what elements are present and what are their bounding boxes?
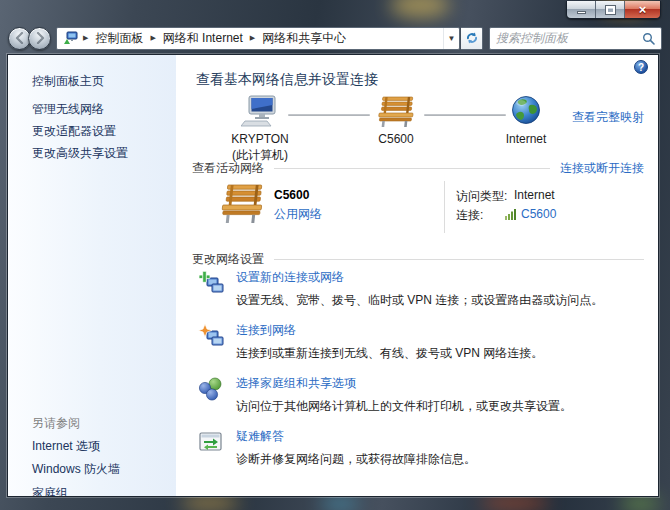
breadcrumb-network-internet[interactable]: 网络和 Internet [157,28,249,49]
search-placeholder: 搜索控制面板 [496,30,642,47]
active-network-name: C5600 [274,188,309,202]
glass-blur-spot [620,496,660,510]
task-desc-connect-network: 连接到或重新连接到无线、有线、拨号或 VPN 网络连接。 [236,345,543,362]
map-node-label: Internet [471,132,581,146]
sidebar-item-windows-firewall[interactable]: Windows 防火墙 [32,461,120,478]
network-location-icon [63,31,78,45]
public-network-link[interactable]: 公用网络 [274,206,322,223]
map-node-label: C5600 [341,132,451,146]
minimize-button[interactable] [567,1,596,18]
sidebar-item-homegroup[interactable]: 家庭组 [32,485,68,497]
breadcrumb-separator-icon: ▶ [249,34,256,42]
task-troubleshoot: 疑难解答 诊断并修复网络问题，或获得故障排除信息。 [192,428,644,468]
homegroup-icon [192,375,236,415]
caption-buttons: × [566,1,661,19]
troubleshoot-icon [192,428,236,468]
maximize-icon [606,6,615,14]
task-homegroup-options: 选择家庭组和共享选项 访问位于其他网络计算机上的文件和打印机，或更改共享设置。 [192,375,644,415]
network-settings-header: 更改网络设置 [192,251,644,268]
globe-icon [510,95,542,127]
column-divider [444,181,445,233]
active-network-panel: C5600 公用网络 访问类型: Internet 连接: C5600 [192,181,644,239]
page-title: 查看基本网络信息并设置连接 [196,71,378,89]
task-desc-homegroup: 访问位于其他网络计算机上的文件和打印机，或更改共享设置。 [236,398,572,415]
maximize-button[interactable] [596,1,625,18]
map-node-computer[interactable]: KRYPTON (此计算机) [205,95,315,162]
sidebar-item-advanced-sharing[interactable]: 更改高级共享设置 [32,145,128,162]
address-bar[interactable]: ▶ 控制面板 ▶ 网络和 Internet ▶ 网络和共享中心 ▼ [56,27,460,50]
computer-icon [241,95,279,127]
sidebar-item-internet-options[interactable]: Internet 选项 [32,438,100,455]
sidebar: 控制面板主页 管理无线网络 更改适配器设置 更改高级共享设置 另请参阅 Inte… [8,55,176,496]
minimize-icon [577,11,586,14]
breadcrumb-network-sharing-center[interactable]: 网络和共享中心 [256,28,352,49]
task-title-connect-network[interactable]: 连接到网络 [236,322,543,339]
map-node-label: KRYPTON [205,132,315,146]
breadcrumb-separator-icon: ▶ [82,34,89,42]
refresh-icon [465,31,479,45]
map-node-internet[interactable]: Internet [471,95,581,146]
task-title-homegroup[interactable]: 选择家庭组和共享选项 [236,375,572,392]
access-type-value: Internet [514,188,555,202]
task-title-troubleshoot[interactable]: 疑难解答 [236,428,476,445]
address-dropdown-button[interactable]: ▼ [443,28,459,49]
access-type-label: 访问类型: [456,188,507,205]
connection-link[interactable]: C5600 [521,207,556,221]
connect-network-icon [192,322,236,362]
map-node-network[interactable]: C5600 [341,95,451,146]
connection-value-group: C5600 [505,207,556,221]
network-settings-title: 更改网络设置 [192,251,264,268]
sidebar-item-control-panel-home[interactable]: 控制面板主页 [32,73,104,90]
help-icon[interactable]: ? [634,60,648,74]
bench-icon [375,95,417,127]
close-icon: × [639,3,647,16]
search-box[interactable]: 搜索控制面板 [489,27,662,50]
close-button[interactable]: × [625,1,660,18]
task-title-new-connection[interactable]: 设置新的连接或网络 [236,269,603,286]
sidebar-item-manage-wireless[interactable]: 管理无线网络 [32,101,104,118]
task-list: 设置新的连接或网络 设置无线、宽带、拨号、临时或 VPN 连接；或设置路由器或访… [192,269,644,481]
glass-blur-spot [390,0,450,18]
forward-button[interactable] [28,27,51,50]
active-networks-header: 查看活动网络 连接或断开连接 [192,160,644,177]
window-content: 控制面板主页 管理无线网络 更改适配器设置 更改高级共享设置 另请参阅 Inte… [7,54,659,497]
task-connect-network: 连接到网络 连接到或重新连接到无线、有线、拨号或 VPN 网络连接。 [192,322,644,362]
breadcrumb-control-panel[interactable]: 控制面板 [89,28,149,49]
new-connection-icon [192,269,236,309]
connections-label: 连接: [456,207,483,224]
see-also-header: 另请参阅 [32,415,80,432]
search-icon[interactable] [642,32,655,45]
active-networks-title: 查看活动网络 [192,160,264,177]
see-full-map-link[interactable]: 查看完整映射 [572,109,644,126]
wireless-signal-icon [505,208,517,220]
glass-blur-spot [320,496,360,510]
section-divider-line [274,259,644,260]
network-sharing-center-window: { "window": { "caption": { "minimize": "… [0,0,670,510]
back-arrow-icon [14,32,26,44]
sidebar-item-change-adapter[interactable]: 更改适配器设置 [32,123,116,140]
forward-arrow-icon [34,32,46,44]
breadcrumb-separator-icon: ▶ [149,34,156,42]
section-divider-line [274,168,550,169]
task-new-connection: 设置新的连接或网络 设置无线、宽带、拨号、临时或 VPN 连接；或设置路由器或访… [192,269,644,309]
main-panel: ? 查看基本网络信息并设置连接 KRYPTON (此计算机) [176,55,658,496]
connect-disconnect-link[interactable]: 连接或断开连接 [560,160,644,177]
refresh-button[interactable] [461,27,483,50]
task-desc-troubleshoot: 诊断并修复网络问题，或获得故障排除信息。 [236,451,476,468]
navigation-bar: ▶ 控制面板 ▶ 网络和 Internet ▶ 网络和共享中心 ▼ 搜索控制面板 [8,24,662,52]
bench-icon[interactable] [218,183,266,223]
task-desc-new-connection: 设置无线、宽带、拨号、临时或 VPN 连接；或设置路由器或访问点。 [236,292,603,309]
